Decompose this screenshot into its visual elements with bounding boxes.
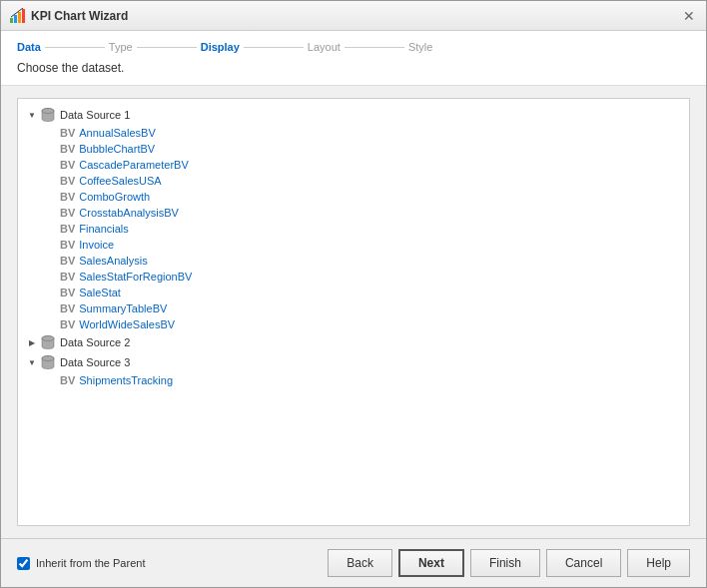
bv-name: ShipmentsTracking: [79, 374, 173, 386]
tree-item[interactable]: BVSalesAnalysis: [18, 253, 689, 269]
tree-item[interactable]: BVCoffeeSalesUSA: [18, 173, 689, 189]
wizard-steps: Data Type Display Layout Style: [17, 41, 690, 53]
bv-name: CoffeeSalesUSA: [79, 175, 161, 187]
step-layout: Layout: [308, 41, 341, 53]
tree-item[interactable]: BVSaleStat: [18, 285, 689, 300]
bv-prefix: BV: [60, 159, 75, 171]
bv-name: Invoice: [79, 239, 114, 251]
bv-prefix: BV: [60, 191, 75, 203]
bv-prefix: BV: [60, 271, 75, 283]
kpi-chart-wizard-dialog: KPI Chart Wizard ✕ Data Type Display Lay…: [0, 0, 707, 588]
tree-item[interactable]: BVInvoice: [18, 237, 689, 253]
tree-expand-icon[interactable]: ▼: [26, 109, 38, 121]
bv-name: SalesAnalysis: [79, 255, 147, 267]
step-line-1: [45, 47, 105, 48]
help-button[interactable]: Help: [627, 549, 690, 577]
bv-prefix: BV: [60, 374, 75, 386]
bv-name: Financials: [79, 223, 129, 235]
tree-item[interactable]: BVSummaryTableBV: [18, 300, 689, 316]
bv-prefix: BV: [60, 127, 75, 139]
datasource-icon: [40, 354, 56, 370]
tree-item[interactable]: BVAnnualSalesBV: [18, 125, 689, 141]
wizard-footer: Inherit from the Parent Back Next Finish…: [1, 538, 706, 587]
tree-item[interactable]: BVFinancials: [18, 221, 689, 237]
svg-rect-2: [18, 12, 21, 23]
inherit-label: Inherit from the Parent: [36, 557, 145, 569]
footer-buttons: Back Next Finish Cancel Help: [328, 549, 690, 577]
tree-item[interactable]: BVWorldWideSalesBV: [18, 316, 689, 332]
bv-prefix: BV: [60, 239, 75, 251]
tree-item[interactable]: ▼ Data Source 1: [18, 105, 689, 125]
bv-prefix: BV: [60, 287, 75, 298]
step-line-2: [137, 47, 197, 48]
inherit-checkbox[interactable]: [17, 557, 30, 570]
svg-point-9: [42, 356, 54, 361]
bv-name: SaleStat: [79, 287, 121, 298]
back-button[interactable]: Back: [328, 549, 392, 577]
step-display: Display: [201, 41, 240, 53]
datasource-icon: [40, 107, 56, 123]
step-data: Data: [17, 41, 41, 53]
bv-prefix: BV: [60, 255, 75, 267]
svg-point-5: [42, 109, 54, 114]
tree-item[interactable]: BVSalesStatForRegionBV: [18, 269, 689, 285]
wizard-subtitle: Choose the dataset.: [17, 61, 690, 75]
cancel-button[interactable]: Cancel: [546, 549, 621, 577]
bv-name: SalesStatForRegionBV: [79, 271, 192, 283]
step-type: Type: [109, 41, 133, 53]
tree-item[interactable]: BVCascadeParameterBV: [18, 157, 689, 173]
bv-prefix: BV: [60, 302, 75, 314]
tree-item[interactable]: BVComboGrowth: [18, 189, 689, 205]
footer-left: Inherit from the Parent: [17, 557, 145, 570]
step-line-4: [345, 47, 404, 48]
tree-expand-icon[interactable]: ▼: [26, 356, 38, 368]
bv-prefix: BV: [60, 318, 75, 330]
datasource-name: Data Source 3: [60, 356, 130, 368]
title-bar-left: KPI Chart Wizard: [9, 8, 128, 24]
tree-item[interactable]: BVShipmentsTracking: [18, 372, 689, 388]
svg-rect-1: [14, 15, 17, 23]
datasource-name: Data Source 1: [60, 109, 130, 121]
finish-button[interactable]: Finish: [470, 549, 540, 577]
wizard-body: ▼ Data Source 1BVAnnualSalesBVBVBubbleCh…: [1, 86, 706, 538]
bv-prefix: BV: [60, 207, 75, 219]
bv-name: CrosstabAnalysisBV: [79, 207, 179, 219]
step-style: Style: [408, 41, 432, 53]
bv-prefix: BV: [60, 223, 75, 235]
title-bar: KPI Chart Wizard ✕: [1, 1, 706, 31]
close-button[interactable]: ✕: [680, 7, 698, 25]
bv-name: CascadeParameterBV: [79, 159, 188, 171]
kpi-icon: [9, 8, 25, 24]
bv-name: ComboGrowth: [79, 191, 150, 203]
tree-item[interactable]: BVCrosstabAnalysisBV: [18, 205, 689, 221]
datasource-name: Data Source 2: [60, 336, 130, 348]
bv-name: AnnualSalesBV: [79, 127, 155, 139]
bv-name: BubbleChartBV: [79, 143, 155, 155]
bv-prefix: BV: [60, 143, 75, 155]
step-line-3: [244, 47, 304, 48]
svg-point-7: [42, 336, 54, 341]
dataset-tree[interactable]: ▼ Data Source 1BVAnnualSalesBVBVBubbleCh…: [17, 98, 690, 526]
tree-item[interactable]: ▼ Data Source 3: [18, 352, 689, 372]
tree-item[interactable]: BVBubbleChartBV: [18, 141, 689, 157]
datasource-icon: [40, 334, 56, 350]
tree-expand-icon[interactable]: ▶: [26, 336, 38, 348]
svg-rect-0: [10, 18, 13, 23]
bv-name: SummaryTableBV: [79, 302, 167, 314]
bv-name: WorldWideSalesBV: [79, 318, 175, 330]
wizard-header: Data Type Display Layout Style Choose th…: [1, 31, 706, 86]
dialog-title: KPI Chart Wizard: [31, 9, 128, 23]
svg-rect-3: [22, 9, 25, 23]
next-button[interactable]: Next: [398, 549, 464, 577]
bv-prefix: BV: [60, 175, 75, 187]
tree-item[interactable]: ▶ Data Source 2: [18, 332, 689, 352]
